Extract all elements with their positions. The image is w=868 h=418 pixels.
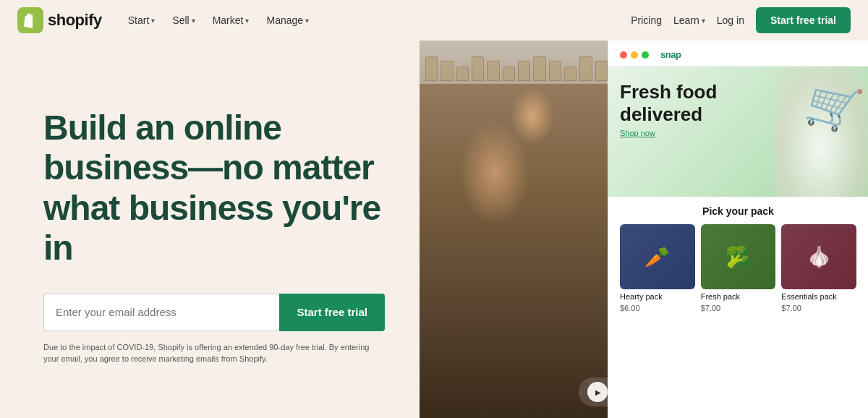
header-left: shopify Start ▾ Sell ▾ Market ▾ Manage ▾ bbox=[17, 7, 316, 33]
email-input[interactable] bbox=[43, 294, 279, 331]
nav-sell[interactable]: Sell ▾ bbox=[165, 10, 202, 30]
jar-decoration bbox=[518, 61, 530, 81]
header-right: Pricing Learn ▾ Log in Start free trial bbox=[631, 7, 851, 33]
pack-price-hearty: $6.00 bbox=[620, 304, 695, 312]
shop-now-link[interactable]: Shop now bbox=[620, 129, 717, 137]
hero-heading: Build an online business—no matter what … bbox=[43, 108, 385, 268]
pack-item-essentials: 🧄 Essentials pack $7.00 bbox=[781, 224, 856, 312]
store-card: snap Fresh food delivered Shop now 🛒 bbox=[608, 40, 868, 418]
pack-thumbnail-essentials[interactable]: 🧄 bbox=[781, 224, 856, 289]
jar-decoration bbox=[487, 61, 499, 81]
jar-decoration bbox=[595, 61, 608, 81]
maximize-window-dot bbox=[642, 51, 649, 59]
pack-name-fresh: Fresh pack bbox=[701, 292, 776, 301]
store-logo: snap bbox=[660, 49, 681, 60]
jar-decoration bbox=[549, 61, 561, 81]
pack-emoji-essentials: 🧄 bbox=[781, 224, 856, 289]
play-icon: ▶ bbox=[587, 382, 608, 402]
store-hero-text: Fresh food delivered Shop now bbox=[620, 81, 717, 137]
nav-start[interactable]: Start ▾ bbox=[121, 10, 163, 30]
chevron-down-icon: ▾ bbox=[305, 17, 309, 25]
pack-name-essentials: Essentials pack bbox=[781, 292, 856, 301]
shelf-decoration bbox=[420, 40, 608, 84]
pack-grid: 🥕 Hearty pack $6.00 🥦 Fresh pack $7.00 bbox=[620, 224, 856, 312]
trial-button[interactable]: Start free trial bbox=[279, 294, 385, 331]
pack-thumbnail-hearty[interactable]: 🥕 bbox=[620, 224, 695, 289]
pack-emoji-fresh: 🥦 bbox=[701, 224, 776, 289]
jar-decoration bbox=[456, 67, 469, 81]
chevron-down-icon: ▾ bbox=[192, 17, 195, 25]
hero-section: Build an online business—no matter what … bbox=[0, 40, 420, 418]
chevron-down-icon: ▾ bbox=[151, 17, 155, 25]
pack-price-fresh: $7.00 bbox=[701, 304, 776, 312]
main-content: Build an online business—no matter what … bbox=[0, 40, 868, 418]
store-hero-heading: Fresh food delivered bbox=[620, 81, 717, 126]
logo-text: shopify bbox=[48, 11, 102, 30]
main-nav: Start ▾ Sell ▾ Market ▾ Manage ▾ bbox=[121, 10, 316, 30]
pack-item-hearty: 🥕 Hearty pack $6.00 bbox=[620, 224, 695, 312]
header-cta-button[interactable]: Start free trial bbox=[756, 7, 851, 33]
nav-manage[interactable]: Manage ▾ bbox=[259, 10, 316, 30]
shopify-logo-icon[interactable] bbox=[17, 7, 43, 33]
hero-photo bbox=[420, 40, 608, 418]
nav-market[interactable]: Market ▾ bbox=[205, 10, 257, 30]
store-hero-banner: Fresh food delivered Shop now 🛒 bbox=[608, 67, 868, 197]
jar-decoration bbox=[579, 56, 592, 81]
disclaimer-text: Due to the impact of COVID-19, Shopify i… bbox=[43, 341, 385, 365]
photo-simulation bbox=[420, 40, 608, 418]
pick-pack-title: Pick your pack bbox=[620, 205, 856, 217]
chevron-down-icon: ▾ bbox=[245, 17, 249, 25]
close-window-dot bbox=[620, 51, 627, 59]
pack-price-essentials: $7.00 bbox=[781, 304, 856, 312]
pack-emoji-hearty: 🥕 bbox=[620, 224, 695, 289]
hero-visual: snap Fresh food delivered Shop now 🛒 bbox=[420, 40, 868, 418]
jar-decoration bbox=[564, 67, 576, 81]
nav-learn[interactable]: Learn ▾ bbox=[673, 14, 705, 26]
play-video-label: Play video bbox=[613, 387, 660, 398]
store-name: snap bbox=[660, 49, 681, 60]
pack-name-hearty: Hearty pack bbox=[620, 292, 695, 301]
jar-decoration bbox=[533, 56, 545, 81]
nav-pricing[interactable]: Pricing bbox=[631, 14, 662, 26]
jar-decoration bbox=[503, 67, 515, 81]
grocery-bag-visual: 🛒 bbox=[774, 67, 868, 197]
pack-thumbnail-fresh[interactable]: 🥦 bbox=[701, 224, 776, 289]
jar-decoration bbox=[425, 56, 438, 81]
chevron-down-icon: ▾ bbox=[702, 17, 705, 25]
store-card-header: snap bbox=[608, 40, 868, 67]
minimize-window-dot bbox=[631, 51, 638, 59]
play-triangle-icon: ▶ bbox=[595, 388, 601, 396]
pack-item-fresh: 🥦 Fresh pack $7.00 bbox=[701, 224, 776, 312]
email-cta-row: Start free trial bbox=[43, 294, 385, 331]
play-video-button[interactable]: ▶ Play video bbox=[579, 378, 668, 406]
login-button[interactable]: Log in bbox=[717, 14, 744, 26]
jar-decoration bbox=[441, 61, 453, 81]
header: shopify Start ▾ Sell ▾ Market ▾ Manage ▾… bbox=[0, 0, 868, 40]
jar-decoration bbox=[472, 56, 484, 81]
window-controls bbox=[620, 51, 649, 59]
